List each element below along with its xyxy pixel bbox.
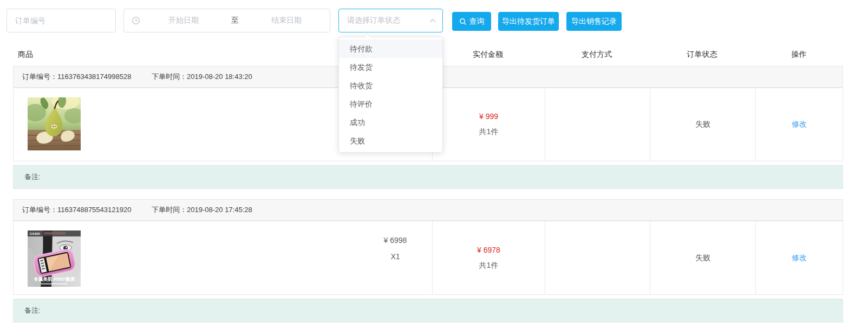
chevron-up-icon — [429, 18, 436, 23]
order-time-value: 2019-08-20 17:45:28 — [187, 206, 252, 214]
status-option-pending-receipt[interactable]: 待收货 — [339, 76, 442, 95]
start-date-input[interactable]: 开始日期 — [140, 16, 227, 25]
paid-count: 共1件 — [479, 261, 499, 271]
end-date-input[interactable]: 结束日期 — [243, 16, 330, 25]
paid-count: 共1件 — [479, 127, 499, 137]
order-header-row: 订单编号：1163748875543121920 下单时间：2019-08-20… — [13, 199, 843, 221]
column-header-order-status: 订单状态 — [649, 50, 755, 60]
date-range-picker[interactable]: 开始日期 至 结束日期 — [123, 9, 330, 32]
search-icon — [459, 18, 467, 25]
order-number-label: 订单编号： — [22, 206, 57, 214]
order-number-value: 1163763438174998528 — [57, 73, 131, 81]
unit-price-block: ¥ 6998 X1 — [375, 232, 416, 265]
quantity-value: X1 — [375, 248, 416, 265]
paid-amount-value: ¥ 6978 — [477, 246, 500, 254]
clock-icon — [132, 16, 140, 25]
order-time-label: 下单时间： — [152, 206, 187, 214]
order-time-value: 2019-08-20 18:43:20 — [187, 73, 252, 81]
order-time-label: 下单时间： — [152, 73, 187, 81]
payment-method-cell — [545, 221, 650, 294]
status-option-failed[interactable]: 失败 — [339, 131, 442, 150]
camera-brand-text: CASIO — [30, 232, 40, 235]
paid-amount-cell: ¥ 999 共1件 — [432, 88, 545, 161]
payment-method-cell — [545, 88, 650, 161]
order-status-cell: 失败 — [650, 88, 755, 161]
product-image-pear — [28, 97, 81, 150]
product-cell: CASIO 专属美肌 9000°微调 ¥ 6998 X — [14, 221, 432, 294]
order-body-row: CASIO 专属美肌 9000°微调 ¥ 6998 X — [13, 221, 843, 295]
modify-link[interactable]: 修改 — [792, 253, 807, 263]
paid-amount-cell: ¥ 6978 共1件 — [432, 221, 545, 294]
order-management-page: 开始日期 至 结束日期 请选择订单状态 查询 导出待发货订单 导出销售记录 商品… — [0, 0, 868, 336]
export-pending-orders-button[interactable]: 导出待发货订单 — [498, 12, 559, 31]
paid-amount-value: ¥ 999 — [479, 112, 498, 121]
remark-label: 备注: — [24, 173, 41, 181]
order-number-value: 1163748875543121920 — [57, 206, 131, 214]
order-status-dropdown: 待付款 待发货 待收货 待评价 成功 失败 — [338, 37, 443, 153]
column-header-payment-method: 支付方式 — [544, 50, 649, 60]
status-option-pending-payment[interactable]: 待付款 — [339, 39, 442, 58]
unit-price-value: ¥ 6998 — [375, 232, 416, 248]
status-option-pending-review[interactable]: 待评价 — [339, 95, 442, 113]
order-remark-row: 备注: — [13, 165, 843, 189]
search-button-label: 查询 — [469, 17, 485, 27]
remark-label: 备注: — [24, 306, 41, 314]
order-status-value: 失败 — [695, 253, 710, 263]
camera-caption-text: 专属美肌 9000°微调 — [33, 276, 75, 282]
order-number-input[interactable] — [6, 9, 116, 32]
modify-link[interactable]: 修改 — [792, 120, 807, 129]
search-button[interactable]: 查询 — [452, 12, 491, 31]
date-range-separator: 至 — [227, 16, 243, 25]
action-cell: 修改 — [755, 221, 843, 294]
order-remark-row: 备注: — [13, 299, 843, 322]
export-sales-records-button[interactable]: 导出销售记录 — [566, 12, 622, 31]
order-status-select[interactable]: 请选择订单状态 — [338, 9, 443, 32]
column-header-action: 操作 — [755, 50, 843, 60]
status-option-pending-shipment[interactable]: 待发货 — [339, 58, 442, 76]
order-number-label: 订单编号： — [22, 73, 57, 81]
status-option-success[interactable]: 成功 — [339, 113, 442, 131]
order-status-cell: 失败 — [650, 221, 755, 294]
column-header-product: 商品 — [18, 50, 33, 60]
order-status-select-placeholder: 请选择订单状态 — [339, 16, 429, 25]
action-cell: 修改 — [755, 88, 843, 161]
column-header-paid-amount: 实付金额 — [432, 50, 544, 60]
order-status-value: 失败 — [695, 120, 710, 129]
product-image-camera: CASIO 专属美肌 9000°微调 — [28, 230, 81, 287]
